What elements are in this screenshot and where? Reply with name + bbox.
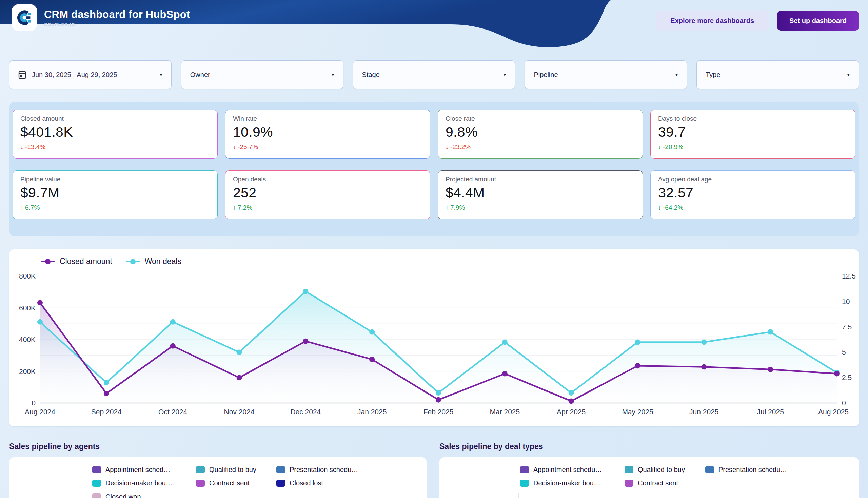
legend-label: Qualified to buy — [209, 466, 256, 474]
legend-swatch — [705, 466, 714, 473]
svg-text:800K: 800K — [19, 272, 36, 280]
svg-text:Mar 2025: Mar 2025 — [490, 408, 520, 416]
legend-label: Contract sent — [209, 479, 250, 487]
svg-text:200K: 200K — [19, 367, 36, 375]
legend-item-contract-sent: Contract sent — [625, 476, 705, 490]
explore-more-dashboards-button[interactable]: Explore more dashboards — [656, 11, 768, 30]
down-arrow-icon: ↓ — [658, 204, 661, 211]
kpi-panel: Closed amount$401.8K↓-13.4%Win rate10.9%… — [9, 102, 859, 236]
legend-swatch — [625, 466, 633, 473]
svg-text:10: 10 — [842, 298, 850, 305]
kpi-delta: ↓-23.2% — [445, 143, 635, 150]
kpi-label: Win rate — [233, 115, 423, 122]
kpi-label: Projected amount — [445, 176, 635, 183]
svg-text:5: 5 — [842, 348, 846, 356]
section-title-agents: Sales pipeline by agents — [9, 442, 100, 451]
kpi-label: Days to close — [658, 115, 847, 122]
kpi-card-pipeline-value: Pipeline value$9.7M↑6.7% — [13, 170, 218, 220]
kpi-card-close-rate: Close rate9.8%↓-23.2% — [438, 109, 643, 159]
legend-swatch — [92, 480, 101, 487]
kpi-delta: ↑7.2% — [233, 204, 423, 211]
svg-text:0: 0 — [31, 399, 36, 407]
kpi-label: Open deals — [233, 176, 423, 183]
coupler-logo — [12, 4, 37, 31]
svg-text:Oct 2024: Oct 2024 — [158, 408, 187, 416]
filter-label: Jun 30, 2025 - Aug 29, 2025 — [32, 71, 154, 79]
down-arrow-icon: ↓ — [445, 144, 449, 150]
crm-dashboard-page: { "header": { "title": "CRM dashboard fo… — [0, 0, 868, 498]
legend-label: Contract sent — [638, 479, 678, 487]
up-arrow-icon: ↑ — [233, 204, 236, 211]
kpi-delta: ↓-25.7% — [233, 143, 423, 150]
legend-label: Closed lost — [290, 479, 323, 487]
kpi-delta: ↓-64.2% — [658, 204, 847, 211]
legend-swatch — [520, 466, 529, 473]
legend-item-presentation-schedu-: Presentation schedu… — [276, 463, 427, 476]
header: CRM dashboard for HubSpot COUPLER.IO — [12, 4, 190, 31]
svg-text:Aug 2024: Aug 2024 — [25, 408, 55, 416]
chevron-down-icon: ▾ — [160, 71, 162, 78]
sales-pipeline-by-agents-card: Appointment sched…Qualified to buyPresen… — [9, 457, 427, 498]
svg-text:Aug 2025: Aug 2025 — [818, 408, 849, 416]
svg-text:Jun 2025: Jun 2025 — [689, 408, 719, 416]
filter-label: Type — [706, 71, 842, 79]
kpi-card-days-to-close: Days to close39.7↓-20.9% — [650, 109, 855, 159]
legend-item-contract-sent: Contract sent — [196, 476, 276, 490]
up-arrow-icon: ↑ — [21, 204, 23, 211]
kpi-value: $9.7M — [21, 185, 210, 201]
kpi-card-open-deals: Open deals252↑7.2% — [225, 170, 430, 220]
set-up-dashboard-button[interactable]: Set up dashboard — [777, 11, 859, 30]
legend-label: Presentation schedu… — [290, 466, 358, 474]
kpi-card-avg-open-deal-age: Avg open deal age32.57↓-64.2% — [650, 170, 855, 220]
kpi-value: 9.8% — [445, 124, 635, 140]
filter-label: Stage — [362, 71, 498, 79]
legend-item-decision-maker-bou-: Decision-maker bou… — [92, 476, 196, 490]
chevron-down-icon: ▾ — [847, 71, 850, 78]
legend-label: Qualified to buy — [638, 466, 685, 474]
down-arrow-icon: ↓ — [233, 144, 236, 150]
stage-filter[interactable]: Stage▾ — [353, 61, 516, 89]
kpi-value: 32.57 — [658, 185, 847, 201]
legend-swatch — [625, 480, 633, 487]
kpi-label: Pipeline value — [21, 176, 210, 183]
svg-text:400K: 400K — [19, 336, 36, 343]
chevron-down-icon: ▾ — [332, 71, 334, 78]
kpi-label: Close rate — [445, 115, 635, 122]
legend-label: Appointment sched… — [105, 466, 170, 474]
legend-swatch — [92, 466, 101, 473]
legend-item-closed-won: Closed won — [92, 490, 196, 498]
legend-item-appointment-schedu-: Appointment schedu… — [520, 463, 625, 476]
kpi-card-win-rate: Win rate10.9%↓-25.7% — [225, 109, 430, 159]
svg-text:Sep 2024: Sep 2024 — [91, 408, 122, 416]
svg-text:Jan 2025: Jan 2025 — [357, 408, 387, 416]
pipeline-filter[interactable]: Pipeline▾ — [524, 61, 687, 89]
kpi-label: Avg open deal age — [658, 176, 847, 183]
svg-text:0: 0 — [842, 399, 846, 407]
filter-bar: Jun 30, 2025 - Aug 29, 2025▾Owner▾Stage▾… — [9, 61, 859, 89]
type-filter[interactable]: Type▾ — [696, 61, 859, 89]
partial-chart-axis — [518, 493, 519, 498]
page-title: CRM dashboard for HubSpot — [44, 9, 190, 21]
legend-swatch — [520, 480, 529, 487]
svg-text:Feb 2025: Feb 2025 — [424, 408, 454, 416]
legend-label: Appointment schedu… — [533, 466, 602, 474]
filter-label: Owner — [190, 71, 326, 79]
legend-label: Decision-maker bou… — [105, 479, 173, 487]
chevron-down-icon: ▾ — [504, 71, 506, 78]
legend-label: Presentation schedu… — [719, 466, 787, 474]
svg-text:Dec 2024: Dec 2024 — [290, 408, 321, 416]
legend-item-appointment-sched-: Appointment sched… — [92, 463, 196, 476]
svg-text:7.5: 7.5 — [842, 323, 852, 331]
date-range-filter[interactable]: Jun 30, 2025 - Aug 29, 2025▾ — [9, 61, 172, 89]
svg-text:12.5: 12.5 — [842, 272, 856, 280]
kpi-value: $401.8K — [21, 124, 210, 140]
svg-text:May 2025: May 2025 — [622, 408, 653, 416]
legend-item-qualified-to-buy: Qualified to buy — [196, 463, 276, 476]
legend-swatch — [276, 480, 285, 487]
svg-text:2.5: 2.5 — [842, 374, 852, 381]
owner-filter[interactable]: Owner▾ — [181, 61, 344, 89]
kpi-delta: ↓-13.4% — [21, 143, 210, 150]
kpi-delta: ↓-20.9% — [658, 143, 847, 150]
legend-label: Closed won — [105, 493, 141, 498]
legend-swatch — [276, 466, 285, 473]
